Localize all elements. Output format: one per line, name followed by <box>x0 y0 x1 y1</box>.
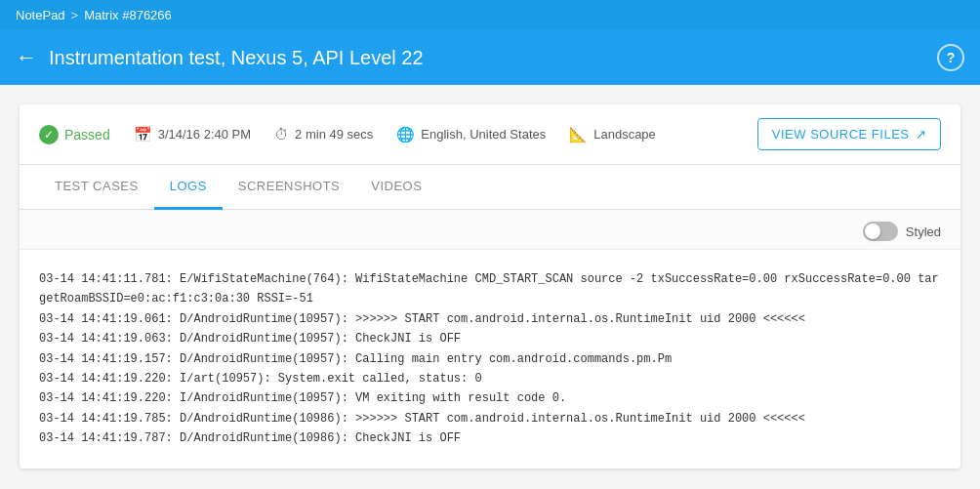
date-item: 📅 3/14/16 2:40 PM <box>134 126 251 143</box>
duration-value: 2 min 49 secs <box>295 127 373 142</box>
clock-icon: ⏱ <box>274 126 289 143</box>
logs-controls: Styled <box>20 210 960 250</box>
orientation-icon: 📐 <box>569 126 588 143</box>
toggle-thumb <box>865 224 880 239</box>
header-bar: ← Instrumentation test, Nexus 5, API Lev… <box>0 30 980 85</box>
styled-toggle[interactable]: Styled <box>863 222 941 241</box>
locale-value: English, United States <box>421 127 546 142</box>
globe-icon: 🌐 <box>396 126 415 143</box>
top-nav: NotePad > Matrix #876266 <box>0 0 980 30</box>
orientation-item: 📐 Landscape <box>569 126 656 143</box>
status-label: Passed <box>64 127 110 143</box>
page-title: Instrumentation test, Nexus 5, API Level… <box>49 47 424 69</box>
help-button[interactable]: ? <box>937 44 964 71</box>
meta-left: ✓ Passed 📅 3/14/16 2:40 PM ⏱ 2 min 49 se… <box>39 125 656 144</box>
meta-row: ✓ Passed 📅 3/14/16 2:40 PM ⏱ 2 min 49 se… <box>20 104 960 165</box>
calendar-icon: 📅 <box>134 126 152 143</box>
orientation-value: Landscape <box>593 127 656 142</box>
styled-label: Styled <box>906 224 941 239</box>
matrix-link[interactable]: Matrix #876266 <box>84 8 172 22</box>
app-name[interactable]: NotePad <box>16 8 65 22</box>
view-source-label: VIEW SOURCE FILES <box>772 127 910 142</box>
tab-test-cases[interactable]: TEST CASES <box>39 165 154 210</box>
header-left: ← Instrumentation test, Nexus 5, API Lev… <box>16 47 424 69</box>
tab-videos[interactable]: VIDEOS <box>355 165 437 210</box>
main-card: ✓ Passed 📅 3/14/16 2:40 PM ⏱ 2 min 49 se… <box>20 104 960 469</box>
external-link-icon: ↗ <box>916 127 927 142</box>
status-badge: ✓ Passed <box>39 125 110 144</box>
back-button[interactable]: ← <box>16 47 37 68</box>
tab-logs[interactable]: LOGS <box>154 165 223 210</box>
tab-screenshots[interactable]: SCREENSHOTS <box>223 165 355 210</box>
locale-item: 🌐 English, United States <box>396 126 546 143</box>
duration-item: ⏱ 2 min 49 secs <box>274 126 373 143</box>
passed-icon: ✓ <box>39 125 59 144</box>
toggle-track[interactable] <box>863 222 898 241</box>
tabs-row: TEST CASES LOGS SCREENSHOTS VIDEOS <box>20 165 960 210</box>
view-source-button[interactable]: VIEW SOURCE FILES ↗ <box>757 118 941 150</box>
log-content: 03-14 14:41:11.781: E/WifiStateMachine(7… <box>20 250 960 469</box>
breadcrumb-separator: > <box>71 8 79 22</box>
date-value: 3/14/16 2:40 PM <box>158 127 251 142</box>
